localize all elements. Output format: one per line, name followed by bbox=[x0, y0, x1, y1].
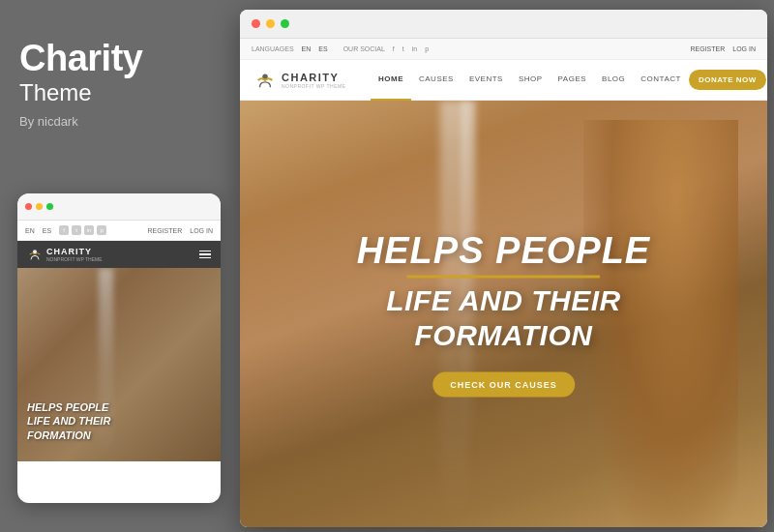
hamburger-line-1 bbox=[199, 251, 211, 252]
desktop-pinterest-icon[interactable]: p bbox=[425, 45, 429, 52]
mobile-social-icons: f t in p bbox=[59, 225, 106, 235]
nav-shop[interactable]: SHOP bbox=[511, 60, 551, 101]
desktop-facebook-icon[interactable]: f bbox=[393, 45, 395, 52]
hamburger-line-3 bbox=[199, 257, 211, 259]
desktop-browser-bar bbox=[240, 10, 767, 39]
hamburger-line-2 bbox=[199, 253, 211, 255]
twitter-icon[interactable]: t bbox=[72, 225, 81, 235]
nav-pages[interactable]: PAGES bbox=[551, 60, 594, 101]
desktop-maximize-dot[interactable] bbox=[281, 19, 289, 28]
mobile-mockup: EN ES f t in p REGISTER LOG IN CHARITY bbox=[17, 193, 221, 503]
desktop-hero-content: HELPS PEOPLE LIFE AND THEIR FORMATION CH… bbox=[319, 230, 689, 398]
our-social-label: OUR SOCIAL bbox=[343, 45, 385, 52]
hero-underline-decoration bbox=[407, 276, 601, 279]
mobile-hero-text: HELPS PEOPLE LIFE AND THEIR FORMATION bbox=[27, 400, 211, 442]
mobile-hamburger-menu[interactable] bbox=[199, 251, 211, 259]
mobile-logo-subtitle: NONPROFIT WP THEME bbox=[46, 256, 103, 262]
theme-author: By nicdark bbox=[19, 114, 218, 129]
check-causes-button[interactable]: CHECK OUR CAUSES bbox=[432, 372, 575, 398]
desktop-top-left-area: LANGUAGES EN ES OUR SOCIAL f t in p bbox=[252, 45, 429, 52]
mobile-logo[interactable]: CHARITY NONPROFIT WP THEME bbox=[27, 247, 103, 262]
theme-subtitle: Theme bbox=[19, 79, 218, 106]
languages-label: LANGUAGES bbox=[252, 45, 294, 52]
desktop-top-right-area: REGISTER LOG IN bbox=[690, 45, 756, 52]
desktop-logo[interactable]: CHARITY NONPROFIT WP THEME bbox=[254, 70, 351, 91]
mobile-auth-area: REGISTER LOG IN bbox=[147, 227, 213, 234]
desktop-top-strip: LANGUAGES EN ES OUR SOCIAL f t in p REGI… bbox=[240, 39, 767, 60]
desktop-minimize-dot[interactable] bbox=[266, 19, 275, 28]
mobile-window-dots bbox=[25, 203, 53, 210]
desktop-nav-links: HOME CAUSES EVENTS SHOP PAGES BLOG CONTA… bbox=[371, 60, 689, 101]
facebook-icon[interactable]: f bbox=[59, 225, 69, 235]
close-dot bbox=[25, 203, 32, 210]
mobile-lang-area: EN ES f t in p bbox=[25, 225, 106, 235]
desktop-mockup: LANGUAGES EN ES OUR SOCIAL f t in p REGI… bbox=[240, 10, 767, 527]
linkedin-icon[interactable]: in bbox=[84, 225, 94, 235]
mobile-top-bar: EN ES f t in p REGISTER LOG IN bbox=[17, 221, 221, 241]
desktop-register-link[interactable]: REGISTER bbox=[690, 45, 725, 52]
desktop-logo-text: CHARITY bbox=[282, 72, 346, 83]
mobile-browser-bar bbox=[17, 193, 221, 221]
mobile-logo-text: CHARITY bbox=[46, 247, 103, 256]
hero-headline-2: LIFE AND THEIR FORMATION bbox=[319, 283, 689, 353]
mobile-nav-bar: CHARITY NONPROFIT WP THEME bbox=[17, 241, 221, 268]
theme-title: Charity bbox=[19, 39, 218, 79]
desktop-hero-section: HELPS PEOPLE LIFE AND THEIR FORMATION CH… bbox=[240, 101, 767, 527]
nav-causes[interactable]: CAUSES bbox=[411, 60, 461, 101]
mobile-lang-en[interactable]: EN bbox=[25, 227, 35, 234]
lang-es-link[interactable]: ES bbox=[318, 45, 327, 52]
mobile-login-link[interactable]: LOG IN bbox=[190, 227, 213, 234]
desktop-twitter-icon[interactable]: t bbox=[402, 45, 404, 52]
nav-blog[interactable]: BLOG bbox=[594, 60, 633, 101]
desktop-login-link[interactable]: LOG IN bbox=[732, 45, 756, 52]
mobile-hero-heading: HELPS PEOPLE LIFE AND THEIR FORMATION bbox=[27, 400, 211, 442]
mobile-hero: HELPS PEOPLE LIFE AND THEIR FORMATION bbox=[17, 268, 221, 461]
pinterest-icon[interactable]: p bbox=[97, 225, 106, 235]
mobile-register-link[interactable]: REGISTER bbox=[147, 227, 182, 234]
maximize-dot bbox=[46, 203, 53, 210]
nav-contact[interactable]: CONTACT bbox=[633, 60, 689, 101]
desktop-close-dot[interactable] bbox=[252, 19, 260, 28]
lang-en-link[interactable]: EN bbox=[302, 45, 312, 52]
donate-now-button[interactable]: DONATE NOW bbox=[689, 70, 766, 90]
nav-home[interactable]: HOME bbox=[371, 60, 411, 101]
desktop-linkedin-icon[interactable]: in bbox=[412, 45, 417, 52]
desktop-logo-subtitle: NONPROFIT WP THEME bbox=[282, 83, 346, 89]
desktop-logo-icon bbox=[254, 70, 276, 91]
minimize-dot bbox=[36, 203, 43, 210]
desktop-main-nav: CHARITY NONPROFIT WP THEME HOME CAUSES E… bbox=[240, 60, 767, 101]
nav-events[interactable]: EVENTS bbox=[461, 60, 511, 101]
mobile-logo-icon bbox=[27, 247, 43, 262]
hero-headline-1: HELPS PEOPLE bbox=[319, 230, 689, 271]
mobile-lang-es[interactable]: ES bbox=[43, 227, 51, 234]
